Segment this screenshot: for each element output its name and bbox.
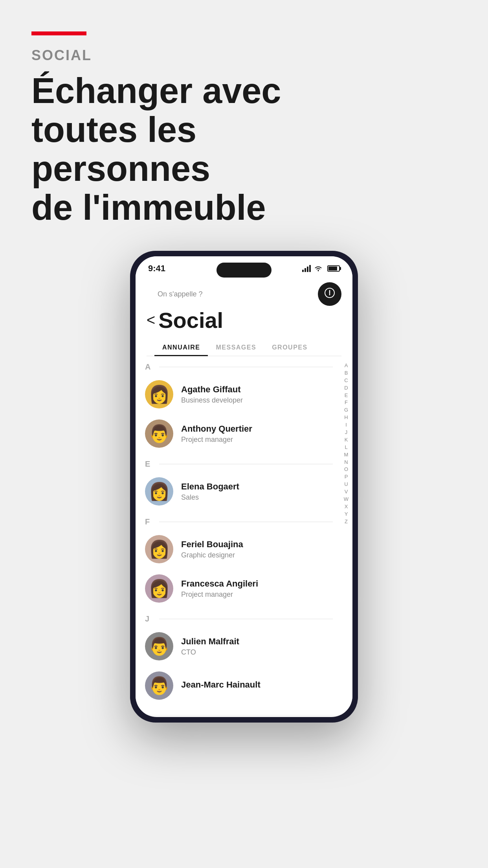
contact-agathe[interactable]: Agathe Giffaut Business developer — [145, 375, 352, 414]
alpha-z[interactable]: Z — [343, 519, 349, 525]
contact-info-feriel: Feriel Bouajina Graphic designer — [181, 539, 343, 559]
alpha-w[interactable]: W — [343, 496, 349, 503]
alpha-f[interactable]: F — [343, 399, 349, 406]
alpha-n[interactable]: N — [343, 459, 349, 466]
tabs-container: ANNUAIRE MESSAGES GROUPES — [147, 339, 341, 356]
section-f-divider — [159, 522, 333, 522]
section-f-header: F — [145, 511, 352, 530]
alpha-d[interactable]: D — [343, 385, 349, 392]
contact-info-anthony: Anthony Quertier Project manager — [181, 424, 343, 444]
section-label: SOCIAL — [31, 47, 457, 64]
section-letter-e: E — [145, 460, 153, 469]
avatar-francesca — [145, 574, 173, 603]
avatar-feriel — [145, 535, 173, 563]
avatar-anthony — [145, 419, 173, 448]
alphabet-index: A B C D E F G H I J K L M — [343, 356, 349, 705]
dynamic-island — [216, 263, 272, 278]
contact-julien[interactable]: Julien Malfrait CTO — [145, 627, 352, 666]
contact-role-elena: Sales — [181, 493, 343, 502]
contact-feriel[interactable]: Feriel Bouajina Graphic designer — [145, 530, 352, 569]
alpha-v[interactable]: V — [343, 489, 349, 495]
section-a-divider — [159, 367, 333, 367]
section-e-divider — [159, 464, 333, 464]
contact-name-jean-marc: Jean-Marc Hainault — [181, 680, 343, 690]
app-header: On s'appelle ? < — [136, 278, 352, 356]
contact-name-anthony: Anthony Quertier — [181, 424, 343, 434]
phone-screen: 9:41 — [136, 256, 352, 717]
section-j-header: J — [145, 608, 352, 627]
app-subtitle: On s'appelle ? — [158, 290, 203, 298]
notification-button[interactable] — [318, 282, 341, 306]
contact-role-julien: CTO — [181, 648, 343, 657]
headline-line2: toutes les personnes — [31, 110, 210, 188]
headline: Échanger avec toutes les personnes de l'… — [31, 72, 306, 227]
alpha-p[interactable]: P — [343, 474, 349, 480]
avatar-julien — [145, 632, 173, 660]
section-e-header: E — [145, 453, 352, 472]
phone-mockup: 9:41 — [130, 251, 358, 723]
alpha-e[interactable]: E — [343, 392, 349, 399]
contact-elena[interactable]: Elena Bogaert Sales — [145, 472, 352, 511]
contact-info-jean-marc: Jean-Marc Hainault — [181, 680, 343, 691]
alpha-c[interactable]: C — [343, 377, 349, 384]
contact-info-francesca: Francesca Angileri Project manager — [181, 579, 343, 599]
contact-jean-marc[interactable]: Jean-Marc Hainault — [145, 666, 352, 705]
page-title-row: < Social — [147, 307, 341, 333]
contact-role-agathe: Business developer — [181, 396, 343, 405]
alpha-g[interactable]: G — [343, 407, 349, 414]
contact-role-francesca: Project manager — [181, 590, 343, 599]
headline-line3: de l'immeuble — [31, 188, 266, 227]
phone-wrapper: 9:41 — [31, 251, 457, 723]
contact-name-elena: Elena Bogaert — [181, 482, 343, 492]
tab-groupes[interactable]: GROUPES — [264, 339, 316, 356]
alpha-i[interactable]: I — [343, 422, 349, 428]
avatar-jean-marc — [145, 671, 173, 700]
alpha-h[interactable]: H — [343, 414, 349, 421]
tab-messages[interactable]: MESSAGES — [208, 339, 264, 356]
section-j-divider — [159, 619, 333, 619]
avatar-agathe — [145, 380, 173, 408]
alpha-j[interactable]: J — [343, 429, 349, 436]
alpha-o[interactable]: O — [343, 466, 349, 473]
contact-francesca[interactable]: Francesca Angileri Project manager — [145, 569, 352, 608]
contact-name-agathe: Agathe Giffaut — [181, 384, 343, 395]
notification-icon — [324, 287, 335, 301]
page-container: SOCIAL Échanger avec toutes les personne… — [0, 0, 488, 868]
status-bar: 9:41 — [136, 256, 352, 278]
contact-name-julien: Julien Malfrait — [181, 636, 343, 647]
section-letter-f: F — [145, 517, 153, 526]
page-title: Social — [158, 307, 223, 333]
alpha-l[interactable]: L — [343, 444, 349, 451]
section-letter-j: J — [145, 614, 153, 623]
alpha-y[interactable]: Y — [343, 511, 349, 518]
avatar-elena — [145, 477, 173, 506]
contact-role-anthony: Project manager — [181, 436, 343, 444]
contact-name-feriel: Feriel Bouajina — [181, 539, 343, 550]
contact-role-feriel: Graphic designer — [181, 551, 343, 559]
alpha-b[interactable]: B — [343, 370, 349, 377]
status-icons — [302, 265, 340, 272]
contact-anthony[interactable]: Anthony Quertier Project manager — [145, 414, 352, 453]
tab-annuaire[interactable]: ANNUAIRE — [154, 339, 208, 356]
alpha-a[interactable]: A — [343, 362, 349, 369]
signal-icon — [302, 265, 311, 272]
status-time: 9:41 — [148, 263, 165, 274]
accent-bar — [31, 31, 86, 35]
alpha-x[interactable]: X — [343, 504, 349, 510]
back-arrow[interactable]: < — [147, 312, 155, 329]
contact-info-julien: Julien Malfrait CTO — [181, 636, 343, 657]
battery-icon — [327, 265, 340, 272]
section-a-header: A — [145, 356, 352, 375]
contact-name-francesca: Francesca Angileri — [181, 579, 343, 589]
contact-info-elena: Elena Bogaert Sales — [181, 482, 343, 502]
directory: A Agathe Giffaut Business developer — [136, 356, 352, 705]
alpha-u[interactable]: U — [343, 481, 349, 488]
alpha-k[interactable]: K — [343, 437, 349, 443]
wifi-icon — [314, 265, 323, 272]
section-letter-a: A — [145, 362, 153, 371]
alpha-m[interactable]: M — [343, 452, 349, 458]
contact-info-agathe: Agathe Giffaut Business developer — [181, 384, 343, 405]
app-content: On s'appelle ? < — [136, 278, 352, 715]
headline-line1: Échanger avec — [31, 71, 281, 110]
top-row: On s'appelle ? — [147, 282, 341, 306]
